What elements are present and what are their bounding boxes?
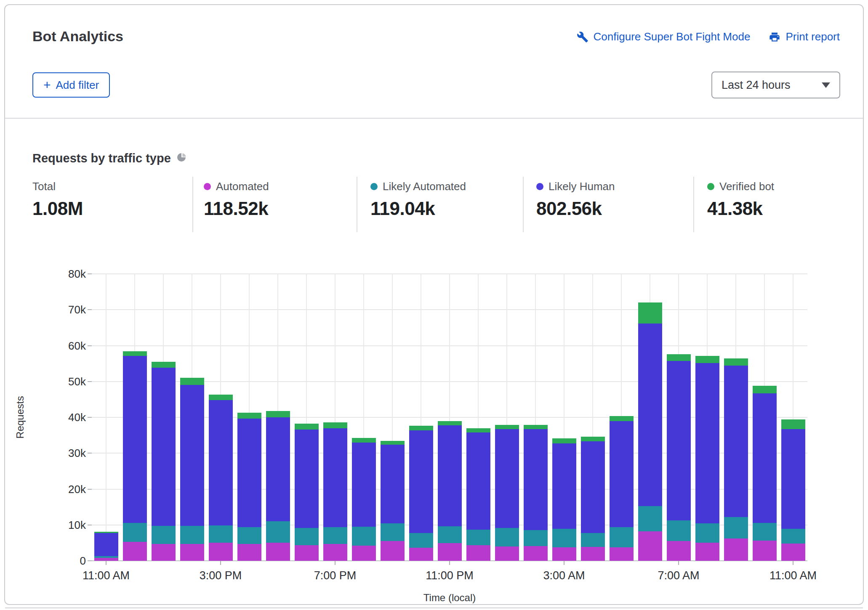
segment-likely-automated	[695, 523, 719, 542]
segment-verified-bot	[123, 351, 147, 356]
segment-automated	[495, 546, 519, 561]
segment-verified-bot	[152, 362, 176, 368]
segment-verified-bot	[438, 421, 462, 425]
x-tick-label: 3:00 PM	[200, 569, 242, 582]
stat-verified-bot-value: 41.38k	[707, 198, 774, 219]
stat-verified-bot-label: Verified bot	[719, 180, 774, 193]
segment-likely-human	[638, 324, 662, 506]
x-axis-tick	[793, 561, 793, 565]
bar-12-00-am[interactable]	[466, 428, 490, 561]
configure-link-label: Configure Super Bot Fight Mode	[594, 30, 751, 43]
bar-4-00-am[interactable]	[581, 437, 605, 561]
y-tick-label: 50k	[35, 375, 86, 388]
segment-automated	[180, 544, 204, 561]
segment-likely-automated	[323, 527, 347, 544]
y-axis-tick	[88, 345, 92, 346]
stat-divider	[357, 177, 357, 232]
segment-verified-bot	[237, 413, 261, 419]
segment-likely-automated	[237, 527, 261, 544]
segment-likely-human	[524, 429, 548, 530]
bot-analytics-card: Bot Analytics Configure Super Bot Fight …	[4, 4, 864, 605]
y-tick-label: 0	[35, 554, 86, 568]
segment-verified-bot	[409, 426, 433, 430]
bar-3-00-am[interactable]	[552, 438, 576, 561]
segment-verified-bot	[753, 386, 777, 393]
y-tick-label: 20k	[35, 483, 86, 496]
time-range-dropdown[interactable]: Last 24 hours	[711, 72, 840, 98]
bar-5-00-pm[interactable]	[266, 411, 290, 561]
plot-area: 010k20k30k40k50k60k70k80k11:00 AM3:00 PM…	[92, 274, 807, 561]
x-axis-tick	[564, 561, 564, 565]
add-filter-label: Add filter	[56, 79, 99, 92]
stat-automated-value: 118.52k	[204, 198, 269, 219]
segment-automated	[409, 548, 433, 561]
print-report-link[interactable]: Print report	[769, 30, 840, 43]
bar-6-00-am[interactable]	[638, 302, 662, 561]
segment-automated	[667, 541, 691, 561]
segment-automated	[381, 541, 405, 561]
bar-9-00-am[interactable]	[724, 358, 748, 561]
bar-5-00-am[interactable]	[610, 416, 634, 561]
segment-likely-human	[695, 363, 719, 523]
stat-likely-automated: Likely Automated 119.04k	[370, 180, 466, 219]
y-axis-tick	[88, 525, 92, 525]
segment-likely-human	[152, 368, 176, 526]
segment-likely-automated	[381, 523, 405, 541]
bar-7-00-am[interactable]	[667, 354, 691, 561]
segment-likely-automated	[552, 529, 576, 547]
chevron-down-icon	[822, 82, 830, 88]
likely-automated-dot-icon	[370, 183, 378, 190]
segment-likely-human	[552, 443, 576, 529]
segment-likely-automated	[724, 517, 748, 538]
bar-10-00-pm[interactable]	[409, 426, 433, 561]
bar-1-00-pm[interactable]	[152, 362, 176, 561]
bar-8-00-am[interactable]	[695, 356, 719, 561]
segment-likely-automated	[409, 533, 433, 548]
segment-verified-bot	[552, 438, 576, 443]
segment-verified-bot	[724, 358, 748, 366]
stat-total: Total 1.08M	[32, 180, 83, 219]
segment-likely-automated	[438, 526, 462, 543]
y-axis-tick	[88, 489, 92, 490]
bar-8-00-pm[interactable]	[352, 438, 376, 561]
bar-9-00-pm[interactable]	[381, 441, 405, 561]
segment-automated	[781, 544, 805, 561]
segment-verified-bot	[180, 378, 204, 385]
configure-super-bot-fight-mode-link[interactable]: Configure Super Bot Fight Mode	[577, 30, 751, 43]
add-filter-button[interactable]: + Add filter	[32, 72, 110, 98]
bar-11-00-am[interactable]	[781, 419, 805, 561]
segment-likely-human	[94, 533, 118, 556]
segment-verified-bot	[638, 302, 662, 323]
segment-automated	[524, 546, 548, 561]
stat-automated: Automated 118.52k	[204, 180, 269, 219]
y-axis-title: Requests	[14, 396, 26, 438]
bar-10-00-am[interactable]	[753, 386, 777, 561]
segment-likely-automated	[466, 530, 490, 546]
bar-3-00-pm[interactable]	[209, 395, 233, 561]
bar-4-00-pm[interactable]	[237, 413, 261, 561]
bar-11-00-pm[interactable]	[438, 421, 462, 561]
segment-likely-automated	[123, 523, 147, 542]
x-axis-tick	[220, 561, 221, 565]
bar-6-00-pm[interactable]	[295, 424, 319, 561]
bar-7-00-pm[interactable]	[323, 422, 347, 561]
segment-verified-bot	[352, 438, 376, 443]
bar-2-00-am[interactable]	[524, 425, 548, 561]
segment-likely-human	[781, 429, 805, 529]
segment-verified-bot	[524, 425, 548, 429]
bar-1-00-am[interactable]	[495, 425, 519, 561]
bar-12-00-pm[interactable]	[123, 351, 147, 561]
segment-verified-bot	[209, 395, 233, 400]
segment-likely-human	[123, 356, 147, 522]
verified-bot-dot-icon	[707, 183, 714, 190]
segment-likely-human	[323, 428, 347, 527]
segment-verified-bot	[94, 532, 118, 533]
section-title-text: Requests by traffic type	[32, 151, 171, 165]
printer-icon	[769, 31, 780, 43]
stat-likely-human-value: 802.56k	[536, 198, 615, 219]
x-tick-label: 11:00 AM	[769, 569, 817, 582]
segment-verified-bot	[295, 424, 319, 430]
bar-11-00-am[interactable]	[94, 532, 118, 561]
segment-likely-automated	[352, 527, 376, 546]
bar-2-00-pm[interactable]	[180, 378, 204, 561]
